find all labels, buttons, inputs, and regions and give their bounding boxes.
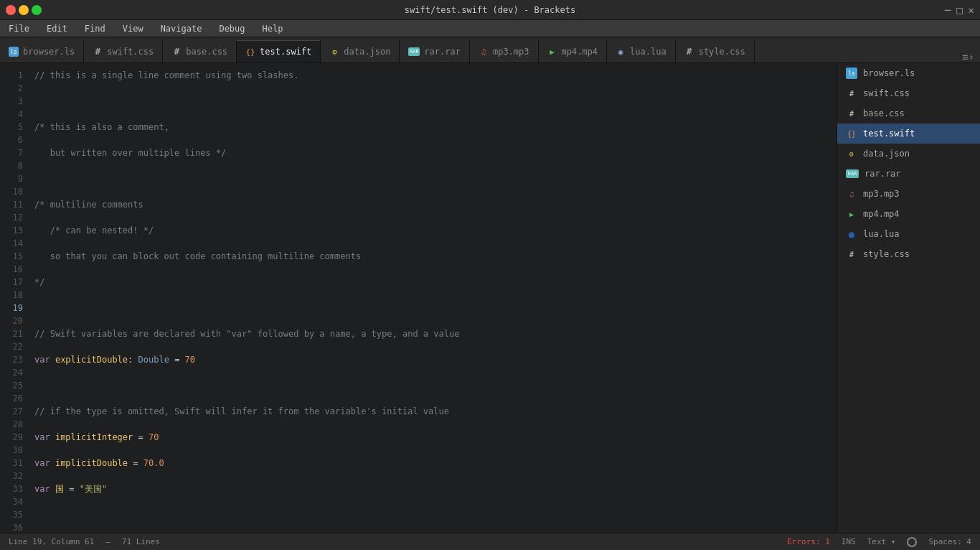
tab-mp3-mp3-label: mp3.mp3 — [493, 47, 529, 57]
tab-overflow-icon: ≡ — [962, 51, 968, 62]
tab-overflow[interactable]: ≡ › — [956, 51, 980, 62]
tab-mp4-mp4-label: mp4.mp4 — [562, 47, 598, 57]
browser-ls-icon: ls — [9, 47, 19, 57]
tab-expand-icon: › — [969, 51, 974, 62]
tab-base-css[interactable]: # base.css — [163, 40, 237, 63]
tab-mp4-mp4[interactable]: ▶ mp4.mp4 — [539, 40, 608, 63]
tab-swift-css-label: swift.css — [107, 47, 154, 57]
window-close-icon[interactable]: ✕ — [969, 4, 974, 16]
swift-css-icon: # — [93, 47, 103, 57]
sidebar-item-data-json[interactable]: ⚙ data.json — [837, 144, 980, 164]
style-css-icon: # — [684, 47, 694, 57]
sidebar-item-test-swift[interactable]: {} test.swift — [837, 123, 980, 144]
file-type-chevron: ▾ — [891, 537, 896, 546]
data-json-icon: ⚙ — [329, 47, 339, 57]
sidebar-rar-label: rar.rar — [864, 169, 901, 179]
sidebar-item-mp3-mp3[interactable]: ♫ mp3.mp3 — [837, 184, 980, 204]
menu-file[interactable]: File — [6, 22, 32, 35]
sidebar-rar-icon: RAR — [846, 169, 859, 178]
sidebar-item-browser-ls[interactable]: ls browser.ls — [837, 63, 980, 83]
mp4-mp4-icon: ▶ — [547, 47, 557, 57]
menu-edit[interactable]: Edit — [44, 22, 70, 35]
mp3-mp3-icon: ♫ — [479, 47, 489, 57]
sidebar-base-css-label: base.css — [863, 108, 905, 118]
window-restore-icon[interactable]: □ — [956, 4, 962, 16]
status-bar: Line 19, Column 61 — 71 Lines Errors: 1 … — [0, 533, 980, 550]
minimize-button[interactable] — [19, 5, 29, 15]
sidebar-item-style-css[interactable]: # style.css — [837, 244, 980, 264]
rar-rar-icon: RAR — [408, 47, 420, 56]
sidebar-item-mp4-mp4[interactable]: ▶ mp4.mp4 — [837, 204, 980, 224]
spaces-setting[interactable]: Spaces: 4 — [928, 537, 971, 546]
code-area[interactable]: // this is a single line comment using t… — [29, 63, 837, 533]
cursor-position: Line 19, Column 61 — [9, 537, 94, 546]
insert-mode: INS — [842, 537, 856, 546]
sidebar-data-json-label: data.json — [863, 149, 910, 159]
sidebar-mp3-label: mp3.mp3 — [863, 189, 900, 199]
tab-data-json[interactable]: ⚙ data.json — [321, 40, 400, 63]
sidebar-style-css-label: style.css — [863, 249, 910, 259]
sidebar-lua-label: lua.lua — [863, 229, 900, 239]
sidebar-test-swift-icon: {} — [846, 128, 857, 139]
menu-view[interactable]: View — [120, 22, 146, 35]
tab-style-css[interactable]: # style.css — [676, 40, 755, 63]
tab-rar-rar-label: rar.rar — [424, 47, 461, 57]
tab-browser-ls[interactable]: ls browser.ls — [0, 40, 84, 63]
close-button[interactable] — [6, 5, 16, 15]
window-title: swift/test.swift (dev) - Brackets — [405, 5, 575, 15]
sidebar-test-swift-label: test.swift — [863, 129, 915, 139]
file-type[interactable]: Text ▾ — [867, 537, 896, 546]
window-minimize-icon[interactable]: ─ — [945, 4, 951, 16]
sidebar-mp4-label: mp4.mp4 — [863, 209, 900, 219]
test-swift-icon: {} — [245, 47, 255, 57]
base-css-icon: # — [171, 47, 182, 57]
menu-help[interactable]: Help — [260, 22, 286, 35]
tab-mp3-mp3[interactable]: ♫ mp3.mp3 — [470, 40, 539, 63]
tab-data-json-label: data.json — [344, 47, 390, 57]
tab-lua-lua-label: lua.lua — [630, 47, 666, 57]
editor: 12345 678910 1112131415 161718 19 202122… — [0, 63, 837, 533]
line-count: 71 Lines — [122, 537, 160, 546]
sidebar-browser-ls-icon: ls — [846, 67, 857, 79]
sidebar-item-base-css[interactable]: # base.css — [837, 103, 980, 123]
line-separator: — — [105, 537, 110, 546]
tab-bar: ls browser.ls # swift.css # base.css {} … — [0, 37, 980, 63]
tab-test-swift[interactable]: {} test.swift — [237, 40, 321, 63]
menu-debug[interactable]: Debug — [216, 22, 248, 35]
sidebar-style-css-icon: # — [846, 248, 857, 260]
tab-base-css-label: base.css — [186, 47, 227, 57]
sidebar-swift-css-icon: # — [846, 88, 857, 99]
sidebar-data-json-icon: ⚙ — [846, 148, 857, 159]
sidebar-base-css-icon: # — [846, 108, 857, 119]
sidebar-item-lua-lua[interactable]: ● lua.lua — [837, 224, 980, 244]
encoding-indicator — [907, 537, 917, 547]
status-right: Errors: 1 INS Text ▾ Spaces: 4 — [787, 537, 971, 547]
title-controls: ─ □ ✕ — [945, 4, 974, 16]
menu-bar: File Edit Find View Navigate Debug Help — [0, 20, 980, 37]
tab-test-swift-label: test.swift — [260, 47, 311, 57]
file-type-label: Text — [867, 537, 887, 546]
menu-find[interactable]: Find — [82, 22, 108, 35]
title-bar: swift/test.swift (dev) - Brackets ─ □ ✕ — [0, 0, 980, 20]
maximize-button[interactable] — [32, 5, 42, 15]
editor-content[interactable]: 12345 678910 1112131415 161718 19 202122… — [0, 63, 837, 533]
tab-swift-css[interactable]: # swift.css — [84, 40, 163, 63]
tab-rar-rar[interactable]: RAR rar.rar — [400, 40, 470, 63]
sidebar: ls browser.ls # swift.css # base.css {} … — [837, 63, 980, 533]
menu-navigate[interactable]: Navigate — [158, 22, 205, 35]
window-controls — [6, 5, 42, 15]
tab-style-css-label: style.css — [699, 47, 745, 57]
sidebar-mp4-icon: ▶ — [846, 208, 857, 220]
line-numbers: 12345 678910 1112131415 161718 19 202122… — [0, 63, 29, 533]
main-area: 12345 678910 1112131415 161718 19 202122… — [0, 63, 980, 533]
sidebar-item-rar-rar[interactable]: RAR rar.rar — [837, 164, 980, 184]
tab-lua-lua[interactable]: ◉ lua.lua — [607, 40, 676, 63]
sidebar-lua-icon: ● — [846, 228, 857, 240]
sidebar-swift-css-label: swift.css — [863, 88, 910, 98]
lua-lua-icon: ◉ — [616, 47, 626, 57]
sidebar-item-swift-css[interactable]: # swift.css — [837, 83, 980, 103]
sidebar-mp3-icon: ♫ — [846, 188, 857, 200]
sidebar-browser-ls-label: browser.ls — [863, 68, 915, 78]
errors-badge[interactable]: Errors: 1 — [787, 537, 830, 546]
tab-browser-ls-label: browser.ls — [23, 47, 75, 57]
